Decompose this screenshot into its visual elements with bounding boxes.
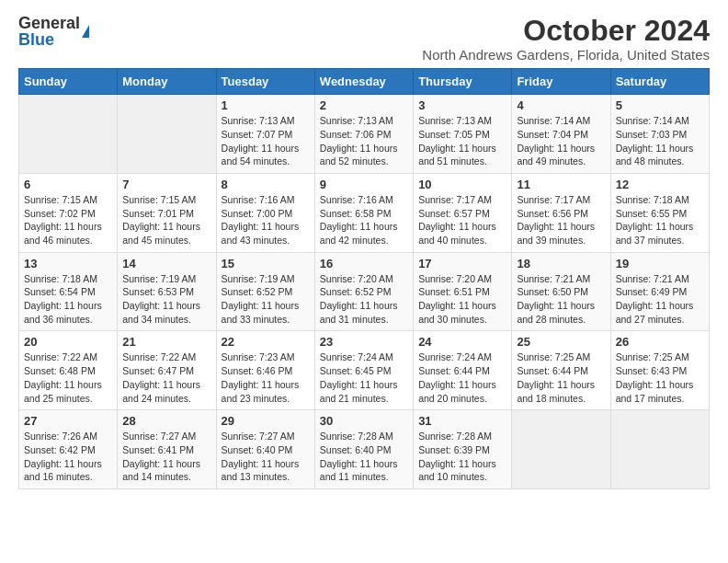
day-info: Sunrise: 7:25 AMSunset: 6:43 PMDaylight:… [616,350,704,405]
calendar-cell: 11Sunrise: 7:17 AMSunset: 6:56 PMDayligh… [512,173,610,252]
day-number: 24 [418,335,506,349]
day-number: 30 [320,414,408,428]
calendar-cell [512,410,610,489]
day-number: 15 [222,257,310,270]
calendar-cell: 19Sunrise: 7:21 AMSunset: 6:49 PMDayligh… [610,252,709,331]
day-info: Sunrise: 7:19 AMSunset: 6:53 PMDaylight:… [122,272,210,327]
day-number: 7 [122,178,210,191]
day-number: 9 [320,178,408,191]
day-number: 27 [24,414,112,428]
day-number: 12 [616,178,704,191]
day-info: Sunrise: 7:17 AMSunset: 6:57 PMDaylight:… [418,193,506,247]
calendar-cell: 25Sunrise: 7:25 AMSunset: 6:44 PMDayligh… [512,331,610,410]
calendar-cell: 28Sunrise: 7:27 AMSunset: 6:41 PMDayligh… [118,410,216,489]
calendar-cell: 27Sunrise: 7:26 AMSunset: 6:42 PMDayligh… [19,410,118,489]
month-title: October 2024 [422,15,710,47]
day-info: Sunrise: 7:13 AMSunset: 7:05 PMDaylight:… [418,114,506,168]
calendar-cell [118,95,216,174]
day-info: Sunrise: 7:18 AMSunset: 6:55 PMDaylight:… [616,193,704,247]
weekday-header-saturday: Saturday [610,69,709,95]
calendar-cell [610,410,709,489]
day-info: Sunrise: 7:18 AMSunset: 6:54 PMDaylight:… [24,272,112,327]
calendar-cell: 6Sunrise: 7:15 AMSunset: 7:02 PMDaylight… [19,173,118,252]
logo-blue-text: Blue [18,31,80,48]
calendar-cell: 16Sunrise: 7:20 AMSunset: 6:52 PMDayligh… [314,252,413,331]
calendar-cell: 18Sunrise: 7:21 AMSunset: 6:50 PMDayligh… [512,252,610,331]
weekday-header-wednesday: Wednesday [314,69,413,95]
day-info: Sunrise: 7:13 AMSunset: 7:06 PMDaylight:… [320,114,408,168]
logo: General Blue [18,15,89,48]
day-number: 3 [418,98,506,112]
day-number: 31 [418,414,506,428]
day-info: Sunrise: 7:27 AMSunset: 6:40 PMDaylight:… [222,430,310,484]
title-area: October 2024 North Andrews Gardens, Flor… [422,15,710,63]
calendar-cell: 10Sunrise: 7:17 AMSunset: 6:57 PMDayligh… [414,173,512,252]
day-info: Sunrise: 7:21 AMSunset: 6:49 PMDaylight:… [616,272,704,327]
calendar-cell [19,95,118,174]
day-number: 25 [517,335,605,349]
logo-general-text: General [18,15,80,31]
calendar-cell: 15Sunrise: 7:19 AMSunset: 6:52 PMDayligh… [216,252,314,331]
calendar-cell: 7Sunrise: 7:15 AMSunset: 7:01 PMDaylight… [118,173,216,252]
calendar-cell: 30Sunrise: 7:28 AMSunset: 6:40 PMDayligh… [314,410,413,489]
day-number: 10 [418,178,506,191]
calendar-cell: 8Sunrise: 7:16 AMSunset: 7:00 PMDaylight… [216,173,314,252]
calendar-week-row: 27Sunrise: 7:26 AMSunset: 6:42 PMDayligh… [19,410,710,489]
day-info: Sunrise: 7:22 AMSunset: 6:48 PMDaylight:… [24,350,112,405]
day-number: 28 [122,414,210,428]
day-info: Sunrise: 7:20 AMSunset: 6:51 PMDaylight:… [418,272,506,327]
calendar-cell: 29Sunrise: 7:27 AMSunset: 6:40 PMDayligh… [216,410,314,489]
calendar-cell: 24Sunrise: 7:24 AMSunset: 6:44 PMDayligh… [414,331,512,410]
day-info: Sunrise: 7:20 AMSunset: 6:52 PMDaylight:… [320,272,408,327]
day-number: 21 [122,335,210,349]
calendar-cell: 1Sunrise: 7:13 AMSunset: 7:07 PMDaylight… [216,95,314,174]
day-info: Sunrise: 7:13 AMSunset: 7:07 PMDaylight:… [222,114,310,168]
calendar-cell: 26Sunrise: 7:25 AMSunset: 6:43 PMDayligh… [610,331,709,410]
day-info: Sunrise: 7:14 AMSunset: 7:03 PMDaylight:… [616,114,704,168]
day-number: 19 [616,257,704,270]
day-number: 13 [24,257,112,270]
day-number: 23 [320,335,408,349]
day-number: 16 [320,257,408,270]
day-info: Sunrise: 7:19 AMSunset: 6:52 PMDaylight:… [222,272,310,327]
calendar-cell: 31Sunrise: 7:28 AMSunset: 6:39 PMDayligh… [414,410,512,489]
logo-triangle-icon [82,25,89,38]
calendar-cell: 14Sunrise: 7:19 AMSunset: 6:53 PMDayligh… [118,252,216,331]
calendar-cell: 2Sunrise: 7:13 AMSunset: 7:06 PMDaylight… [314,95,413,174]
day-number: 17 [418,257,506,270]
day-number: 18 [517,257,605,270]
day-number: 6 [24,178,112,191]
calendar-cell: 22Sunrise: 7:23 AMSunset: 6:46 PMDayligh… [216,331,314,410]
day-number: 4 [517,98,605,112]
day-info: Sunrise: 7:22 AMSunset: 6:47 PMDaylight:… [122,350,210,405]
day-number: 5 [616,98,704,112]
day-info: Sunrise: 7:28 AMSunset: 6:39 PMDaylight:… [418,430,506,484]
calendar-cell: 12Sunrise: 7:18 AMSunset: 6:55 PMDayligh… [610,173,709,252]
day-info: Sunrise: 7:15 AMSunset: 7:02 PMDaylight:… [24,193,112,247]
day-info: Sunrise: 7:23 AMSunset: 6:46 PMDaylight:… [222,350,310,405]
calendar-week-row: 1Sunrise: 7:13 AMSunset: 7:07 PMDaylight… [19,95,710,174]
calendar-week-row: 6Sunrise: 7:15 AMSunset: 7:02 PMDaylight… [19,173,710,252]
day-info: Sunrise: 7:21 AMSunset: 6:50 PMDaylight:… [517,272,605,327]
weekday-header-tuesday: Tuesday [216,69,314,95]
day-info: Sunrise: 7:17 AMSunset: 6:56 PMDaylight:… [517,193,605,247]
day-number: 1 [222,98,310,112]
weekday-header-row: SundayMondayTuesdayWednesdayThursdayFrid… [19,69,710,95]
calendar-cell: 13Sunrise: 7:18 AMSunset: 6:54 PMDayligh… [19,252,118,331]
day-number: 8 [222,178,310,191]
day-number: 11 [517,178,605,191]
day-number: 26 [616,335,704,349]
day-info: Sunrise: 7:26 AMSunset: 6:42 PMDaylight:… [24,430,112,484]
day-number: 2 [320,98,408,112]
calendar-cell: 21Sunrise: 7:22 AMSunset: 6:47 PMDayligh… [118,331,216,410]
calendar-cell: 4Sunrise: 7:14 AMSunset: 7:04 PMDaylight… [512,95,610,174]
weekday-header-friday: Friday [512,69,610,95]
page-header: General Blue October 2024 North Andrews … [18,15,710,63]
day-info: Sunrise: 7:25 AMSunset: 6:44 PMDaylight:… [517,350,605,405]
calendar-cell: 9Sunrise: 7:16 AMSunset: 6:58 PMDaylight… [314,173,413,252]
day-number: 14 [122,257,210,270]
calendar-cell: 20Sunrise: 7:22 AMSunset: 6:48 PMDayligh… [19,331,118,410]
weekday-header-sunday: Sunday [19,69,118,95]
calendar-table: SundayMondayTuesdayWednesdayThursdayFrid… [18,68,710,489]
calendar-cell: 17Sunrise: 7:20 AMSunset: 6:51 PMDayligh… [414,252,512,331]
